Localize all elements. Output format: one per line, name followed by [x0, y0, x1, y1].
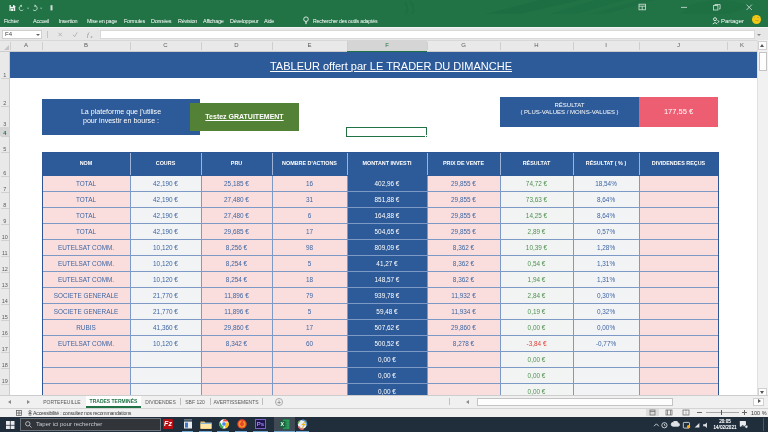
svg-text:x: x	[90, 34, 93, 39]
svg-text:f: f	[87, 31, 90, 38]
svg-text:X: X	[280, 421, 284, 427]
